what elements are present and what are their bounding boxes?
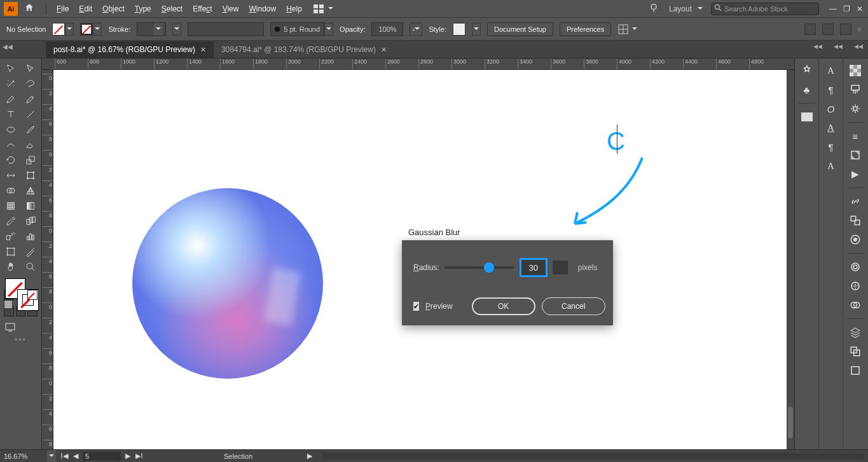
- vertical-ruler[interactable]: 0246802468024680246802468: [42, 70, 53, 449]
- menu-help[interactable]: Help: [281, 2, 307, 16]
- properties-panel-icon[interactable]: [800, 64, 814, 78]
- zoom-tool[interactable]: [21, 259, 41, 275]
- menu-window[interactable]: Window: [244, 2, 281, 16]
- panel-menu-icon[interactable]: ≡: [858, 25, 862, 33]
- appearance-panel-icon[interactable]: [848, 260, 862, 274]
- last-artboard-icon[interactable]: ▶I: [135, 452, 144, 461]
- stroke-panel-icon[interactable]: ≡: [848, 129, 862, 143]
- gradient-tool[interactable]: [21, 198, 41, 214]
- next-artboard-icon[interactable]: ▶: [123, 452, 132, 461]
- transform-panel-icon[interactable]: [804, 24, 816, 35]
- column-graph-tool[interactable]: [21, 229, 41, 244]
- horizontal-scrollbar[interactable]: [322, 453, 864, 459]
- zoom-level[interactable]: 16.67%: [4, 452, 43, 460]
- character-panel-icon[interactable]: A: [824, 64, 838, 78]
- magic-wand-tool[interactable]: [1, 76, 21, 92]
- vertical-scrollbar[interactable]: [787, 70, 794, 449]
- style-dropdown[interactable]: [472, 23, 481, 36]
- align-panel-icon[interactable]: [848, 363, 862, 377]
- menu-select[interactable]: Select: [156, 2, 188, 16]
- document-setup-button[interactable]: Document Setup: [487, 22, 553, 36]
- shape-panel-icon[interactable]: [840, 24, 851, 35]
- canvas[interactable]: C Gaussian Blur Radius: 30: [53, 70, 794, 449]
- artboard-tool[interactable]: [1, 244, 21, 259]
- tab-inactive[interactable]: 3084794.ai* @ 183.74% (RGB/GPU Preview) …: [214, 41, 394, 58]
- pen-tool[interactable]: [1, 92, 21, 107]
- stroke-weight-dropdown[interactable]: [172, 23, 181, 36]
- prev-artboard-icon[interactable]: ◀: [71, 452, 80, 461]
- blend-tool[interactable]: [21, 214, 41, 229]
- links-panel-icon[interactable]: [848, 194, 862, 208]
- paragraph-panel-icon[interactable]: ¶: [824, 83, 838, 97]
- screen-mode[interactable]: [1, 320, 40, 334]
- color-panel-icon[interactable]: [848, 233, 862, 247]
- artboard-number-input[interactable]: 5: [83, 452, 121, 461]
- search-input[interactable]: Search Adobe Stock: [711, 3, 819, 15]
- stroke-swatch[interactable]: [80, 23, 93, 36]
- ok-button[interactable]: OK: [472, 297, 535, 315]
- horizontal-ruler[interactable]: 6008001000120014001600180020002200240026…: [42, 58, 794, 70]
- transparency-panel-icon[interactable]: [848, 298, 862, 312]
- color-mode-none[interactable]: [27, 290, 38, 300]
- align-to-icon[interactable]: [617, 23, 639, 36]
- menu-edit[interactable]: Edit: [74, 2, 97, 16]
- artboards-panel-icon[interactable]: [848, 214, 862, 228]
- slice-tool[interactable]: [21, 244, 41, 259]
- radius-stepper[interactable]: [553, 261, 568, 275]
- discover-icon[interactable]: [649, 3, 659, 15]
- swatches-panel-icon[interactable]: [848, 64, 862, 78]
- sphere-artwork[interactable]: [132, 188, 323, 379]
- opacity-dropdown[interactable]: ›: [410, 23, 422, 36]
- toolbox-collapse-icon[interactable]: ◀◀: [3, 43, 13, 50]
- eyedropper-tool[interactable]: [1, 214, 21, 229]
- radius-slider[interactable]: [444, 266, 514, 269]
- menu-effect[interactable]: Effect: [188, 2, 217, 16]
- graphic-styles-panel-icon[interactable]: [848, 279, 862, 293]
- brush-definition[interactable]: 5 pt. Round: [270, 22, 324, 36]
- hand-tool[interactable]: [1, 259, 21, 275]
- curvature-tool[interactable]: [21, 92, 41, 107]
- style-swatch[interactable]: [453, 23, 465, 36]
- actions-panel-icon[interactable]: ▶: [848, 167, 862, 181]
- window-close-icon[interactable]: ✕: [857, 4, 863, 13]
- free-transform-tool[interactable]: [21, 168, 41, 183]
- menu-view[interactable]: View: [217, 2, 244, 16]
- home-icon[interactable]: [24, 3, 34, 15]
- workspace-switcher[interactable]: [313, 3, 335, 15]
- lasso-tool[interactable]: [21, 76, 41, 92]
- tab-close-icon[interactable]: ✕: [381, 46, 387, 54]
- menu-type[interactable]: Type: [130, 2, 156, 16]
- width-tool[interactable]: [1, 168, 21, 183]
- variable-width-profile[interactable]: [188, 22, 264, 36]
- symbols-panel-icon[interactable]: [848, 102, 862, 116]
- window-restore-icon[interactable]: ❐: [843, 4, 850, 13]
- panel-collapse-icon[interactable]: ◀◀: [834, 43, 843, 50]
- status-menu-icon[interactable]: ▶: [307, 452, 312, 460]
- character-styles-panel-icon[interactable]: A: [824, 159, 838, 173]
- asset-export-panel-icon[interactable]: [848, 148, 862, 162]
- glyphs-panel-icon[interactable]: A: [824, 121, 838, 135]
- first-artboard-icon[interactable]: I◀: [60, 452, 69, 461]
- fill-dropdown[interactable]: [65, 23, 74, 36]
- tab-active[interactable]: post-8.ai* @ 16.67% (RGB/GPU Preview) ✕: [46, 41, 214, 58]
- line-tool[interactable]: [21, 107, 41, 122]
- preferences-button[interactable]: Preferences: [560, 22, 611, 36]
- brush-dropdown[interactable]: [324, 23, 333, 36]
- mesh-tool[interactable]: [1, 198, 21, 214]
- paintbrush-tool[interactable]: [21, 122, 41, 137]
- edit-toolbar-icon[interactable]: •••: [1, 336, 40, 351]
- menu-file[interactable]: File: [52, 2, 74, 16]
- radius-input[interactable]: 30: [520, 258, 548, 277]
- opentype-panel-icon[interactable]: O: [824, 102, 838, 116]
- scrollbar-thumb[interactable]: [788, 407, 793, 438]
- preview-checkbox[interactable]: ✔: [413, 302, 419, 311]
- fill-swatch[interactable]: [52, 23, 65, 36]
- swap-fill-stroke-icon[interactable]: [4, 300, 13, 309]
- fill-panel-icon[interactable]: [800, 110, 814, 124]
- workspace-dropdown[interactable]: Layout: [669, 3, 705, 15]
- type-tool[interactable]: [1, 107, 21, 122]
- menu-object[interactable]: Object: [97, 2, 130, 16]
- shaper-tool[interactable]: [1, 137, 21, 153]
- artboard[interactable]: C Gaussian Blur Radius: 30: [53, 70, 787, 449]
- eraser-tool[interactable]: [21, 137, 41, 153]
